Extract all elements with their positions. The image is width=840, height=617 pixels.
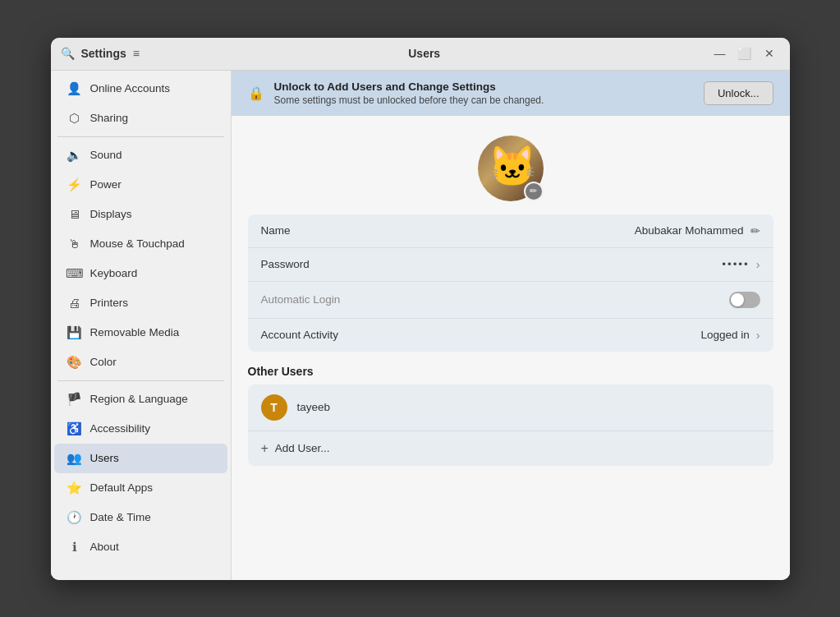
auto-login-row: Automatic Login — [248, 282, 773, 319]
avatar-container: ✏ — [478, 136, 544, 201]
sharing-icon: ⬡ — [67, 111, 82, 126]
removable-media-icon: 💾 — [67, 325, 82, 340]
region-icon: 🏴 — [67, 392, 82, 407]
password-row[interactable]: Password ••••• › — [248, 248, 773, 282]
user-settings-card: Name Abubakar Mohammed ✏ Password ••••• … — [248, 214, 773, 352]
unlock-banner: 🔒 Unlock to Add Users and Change Setting… — [232, 71, 790, 116]
settings-title: Settings — [81, 47, 126, 60]
settings-window: 🔍 Settings ≡ Users — ⬜ ✕ 👤 Online Accoun… — [51, 38, 790, 580]
minimize-button[interactable]: — — [709, 43, 731, 64]
user-row-tayeeb[interactable]: T tayeeb — [248, 384, 773, 431]
main-content: 🔒 Unlock to Add Users and Change Setting… — [232, 71, 790, 580]
default-apps-icon: ⭐ — [67, 481, 82, 495]
online-accounts-icon: 👤 — [67, 81, 82, 96]
user-name-tayeeb: tayeeb — [297, 401, 331, 413]
sidebar-item-date-time[interactable]: 🕐 Date & Time — [54, 503, 227, 532]
name-edit-icon[interactable]: ✏ — [750, 224, 760, 237]
other-users-title: Other Users — [248, 365, 773, 378]
titlebar-left: 🔍 Settings ≡ — [61, 47, 140, 60]
auto-login-toggle[interactable] — [729, 292, 760, 308]
menu-icon[interactable]: ≡ — [133, 47, 140, 60]
sidebar-label-accessibility: Accessibility — [90, 422, 151, 435]
content-area: 👤 Online Accounts ⬡ Sharing 🔈 Sound ⚡ Po… — [51, 71, 790, 580]
sidebar-label-users: Users — [90, 452, 119, 464]
sidebar-label-sound: Sound — [90, 149, 122, 161]
divider-1 — [57, 136, 224, 137]
user-avatar-tayeeb: T — [261, 394, 287, 421]
other-users-section: Other Users T tayeeb + Add User... — [232, 365, 790, 479]
unlock-text: Unlock to Add Users and Change Settings … — [274, 81, 694, 106]
printers-icon: 🖨 — [67, 296, 82, 311]
auto-login-label: Automatic Login — [261, 293, 729, 306]
about-icon: ℹ — [67, 540, 82, 555]
sidebar-label-displays: Displays — [90, 208, 132, 220]
sidebar-label-color: Color — [90, 356, 117, 368]
sidebar-item-users[interactable]: 👥 Users — [54, 444, 227, 473]
lock-icon: 🔒 — [248, 85, 264, 101]
mouse-icon: 🖱 — [67, 237, 82, 251]
name-value: Abubakar Mohammed — [635, 224, 744, 237]
sidebar-item-removable-media[interactable]: 💾 Removable Media — [54, 318, 227, 348]
titlebar: 🔍 Settings ≡ Users — ⬜ ✕ — [51, 38, 790, 71]
sidebar-item-keyboard[interactable]: ⌨ Keyboard — [54, 259, 227, 288]
name-value-container: Abubakar Mohammed ✏ — [635, 224, 760, 237]
password-label: Password — [261, 258, 723, 270]
profile-section: ✏ — [232, 116, 790, 214]
unlock-title: Unlock to Add Users and Change Settings — [274, 81, 694, 93]
window-controls: — ⬜ ✕ — [709, 43, 780, 64]
sidebar-item-about[interactable]: ℹ About — [54, 532, 227, 562]
users-icon: 👥 — [67, 451, 82, 466]
sidebar-label-printers: Printers — [90, 297, 129, 309]
add-user-row[interactable]: + Add User... — [248, 431, 773, 466]
name-row[interactable]: Name Abubakar Mohammed ✏ — [248, 214, 773, 248]
account-activity-row[interactable]: Account Activity Logged in › — [248, 319, 773, 352]
password-chevron-icon: › — [756, 258, 760, 271]
sidebar-label-mouse: Mouse & Touchpad — [90, 237, 185, 250]
sidebar-label-about: About — [90, 541, 119, 553]
close-button[interactable]: ✕ — [759, 43, 780, 64]
password-dots: ••••• — [722, 258, 750, 270]
sidebar-label-sharing: Sharing — [90, 112, 129, 124]
name-label: Name — [261, 224, 635, 237]
sidebar-label-default-apps: Default Apps — [90, 481, 154, 494]
panel-title: Users — [140, 47, 709, 60]
sidebar-item-printers[interactable]: 🖨 Printers — [54, 288, 227, 318]
add-user-icon: + — [261, 441, 269, 456]
sidebar-item-sharing[interactable]: ⬡ Sharing — [54, 104, 227, 133]
accessibility-icon: ♿ — [67, 421, 82, 436]
keyboard-icon: ⌨ — [67, 266, 82, 281]
power-icon: ⚡ — [67, 177, 82, 192]
sidebar-item-accessibility[interactable]: ♿ Accessibility — [54, 414, 227, 444]
sidebar-label-keyboard: Keyboard — [90, 267, 138, 279]
divider-2 — [57, 380, 224, 381]
color-icon: 🎨 — [67, 355, 82, 370]
avatar-edit-button[interactable]: ✏ — [524, 182, 544, 201]
unlock-button[interactable]: Unlock... — [704, 81, 773, 105]
other-users-card: T tayeeb + Add User... — [248, 384, 773, 466]
sidebar-item-power[interactable]: ⚡ Power — [54, 170, 227, 200]
sound-icon: 🔈 — [67, 148, 82, 163]
sidebar-item-online-accounts[interactable]: 👤 Online Accounts — [54, 74, 227, 104]
password-value-container: ••••• › — [722, 258, 760, 271]
sidebar-item-displays[interactable]: 🖥 Displays — [54, 200, 227, 229]
account-activity-chevron-icon: › — [756, 329, 760, 342]
sidebar-label-removable-media: Removable Media — [90, 326, 180, 338]
sidebar-label-date-time: Date & Time — [90, 511, 151, 523]
sidebar-item-sound[interactable]: 🔈 Sound — [54, 140, 227, 170]
sidebar-label-online-accounts: Online Accounts — [90, 82, 171, 94]
sidebar-item-mouse-touchpad[interactable]: 🖱 Mouse & Touchpad — [54, 229, 227, 259]
sidebar-item-default-apps[interactable]: ⭐ Default Apps — [54, 473, 227, 503]
sidebar: 👤 Online Accounts ⬡ Sharing 🔈 Sound ⚡ Po… — [51, 71, 232, 580]
displays-icon: 🖥 — [67, 207, 82, 222]
search-icon[interactable]: 🔍 — [61, 47, 75, 60]
add-user-label: Add User... — [275, 442, 330, 454]
date-time-icon: 🕐 — [67, 510, 82, 525]
maximize-button[interactable]: ⬜ — [734, 43, 755, 64]
account-activity-value: Logged in — [701, 329, 750, 341]
sidebar-item-region-language[interactable]: 🏴 Region & Language — [54, 384, 227, 414]
account-activity-label: Account Activity — [261, 329, 701, 341]
account-activity-value-container: Logged in › — [701, 329, 760, 342]
sidebar-item-color[interactable]: 🎨 Color — [54, 348, 227, 377]
sidebar-label-power: Power — [90, 178, 122, 191]
unlock-subtitle: Some settings must be unlocked before th… — [274, 94, 694, 106]
